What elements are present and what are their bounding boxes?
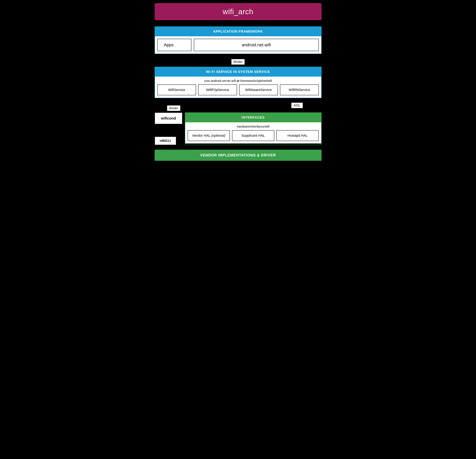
wifi-service-header: Wi-Fi SERVICE IN SYSTEM SERVICE <box>155 67 321 77</box>
between-sections-connector: Binder AIDL <box>155 101 322 112</box>
wifip2p-service-box: WifiP2pService <box>198 84 237 95</box>
lower-section: wificond nl80211 INTERFACES hardware/int… <box>155 112 322 145</box>
vendor-section: VENDOR IMPLEMENTATIONS & DRIVER <box>155 150 322 161</box>
app-framework-header: APPLICATION FRAMEWORK <box>155 27 321 36</box>
interfaces-header: INTERFACES <box>185 113 321 122</box>
supplicant-hal-box: Supplicant HAL <box>232 130 274 141</box>
interfaces-body: hardware/interfaces/wifi Vendor HAL (opt… <box>185 122 321 143</box>
wifi-service-subtext: com.android.server.wifi in frameworks/op… <box>157 79 319 83</box>
page-title: wifi_arch <box>158 8 318 16</box>
apps-box: Apps <box>157 39 191 51</box>
wifi-service-body: com.android.server.wifi in frameworks/op… <box>155 77 321 98</box>
wifirtt-service-box: WifiRttService <box>280 84 319 95</box>
vendor-hal-box: Vendor HAL (optional) <box>188 130 230 141</box>
wifiaware-service-box: WifiAwareService <box>239 84 278 95</box>
wificond-box: wificond <box>155 112 182 124</box>
binder-top-label: Binder <box>231 59 245 65</box>
binder-left-connector: Binder <box>155 102 189 111</box>
hostapd-hal-box: Hostapd HAL <box>276 130 319 141</box>
wifi-service-section: Wi-Fi SERVICE IN SYSTEM SERVICE com.andr… <box>155 67 322 98</box>
wificond-column: wificond nl80211 <box>155 112 182 145</box>
services-row: WifiService WifiP2pService WifiAwareServ… <box>157 84 319 95</box>
app-framework-body: Apps android.net.wifi <box>155 36 321 54</box>
app-framework-section: APPLICATION FRAMEWORK Apps android.net.w… <box>155 26 322 54</box>
title-bar: wifi_arch <box>155 3 322 20</box>
nl80211-box: nl80211 <box>155 137 176 145</box>
android-net-box: android.net.wifi <box>194 39 319 51</box>
interfaces-subtext: hardware/interfaces/wifi <box>188 125 319 128</box>
wifi-service-box: WifiService <box>157 84 196 95</box>
binder-top-connector: Binder <box>155 57 322 67</box>
aidl-right-connector: AIDL <box>189 102 322 108</box>
hal-row: Vendor HAL (optional) Supplicant HAL Hos… <box>188 130 319 141</box>
arrow-up-icon <box>173 102 176 105</box>
vendor-hal-text: Vendor HAL (optional) <box>192 134 225 138</box>
binder-left-label: Binder <box>167 105 181 111</box>
aidl-label: AIDL <box>291 102 303 108</box>
interfaces-section: INTERFACES hardware/interfaces/wifi Vend… <box>185 112 322 145</box>
